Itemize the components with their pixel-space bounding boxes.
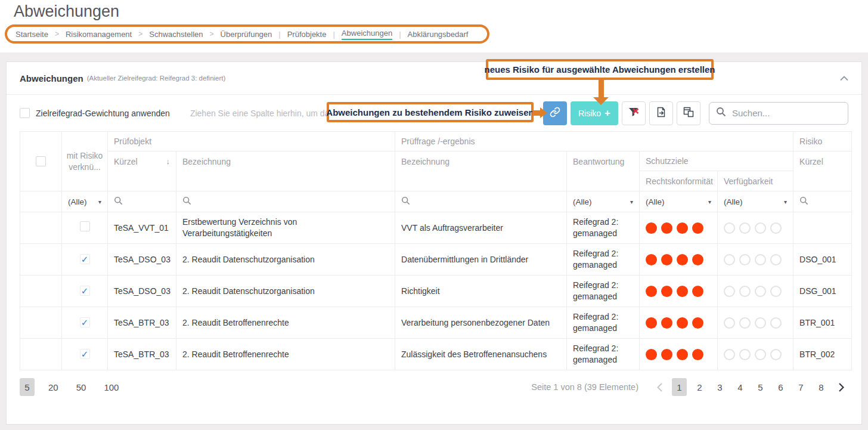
- page-number-6[interactable]: 6: [773, 378, 788, 396]
- rating-dot-filled: [646, 349, 657, 360]
- cell-beantwortung: Reifegrad 2: gemanaged: [567, 244, 640, 276]
- page-number-5[interactable]: 5: [753, 378, 768, 396]
- breadcrumb-item-prüfobjekte[interactable]: Prüfobjekte: [287, 30, 327, 39]
- prev-page-icon[interactable]: [652, 378, 666, 396]
- rating-dot-filled: [661, 286, 672, 297]
- page-number-1[interactable]: 1: [672, 378, 687, 396]
- rating-dot-empty: [770, 317, 782, 329]
- cell-pruefobjekt-bezeichnung: 2. Reaudit Betroffenenrechte: [176, 339, 395, 370]
- export-button[interactable]: [649, 101, 673, 125]
- row-checkbox[interactable]: ✓: [80, 349, 90, 359]
- select-all-cell: [20, 132, 62, 191]
- column-header-rechtskonformitaet[interactable]: Rechtskonformität: [640, 171, 718, 191]
- breadcrumb-separator: >: [210, 30, 214, 38]
- search-icon[interactable]: [799, 197, 808, 207]
- group-header-pruefobjekt[interactable]: Prüfobjekt: [108, 132, 395, 151]
- column-header-kuerzel[interactable]: Kürzel ↓: [108, 151, 176, 191]
- table-row-1[interactable]: ✓TeSA_DSO_032. Reaudit Datenschutzorgani…: [20, 244, 852, 276]
- filter-select-6[interactable]: (Alle)▾: [646, 197, 711, 206]
- filter-cell-3[interactable]: [176, 191, 395, 212]
- rating-dot-empty: [739, 349, 751, 360]
- row-checkbox[interactable]: [80, 221, 90, 231]
- search-icon[interactable]: [182, 197, 191, 207]
- breadcrumb-item-abweichungen[interactable]: Abweichungen: [342, 29, 392, 40]
- rating-dot-filled: [692, 254, 703, 265]
- page-number-8[interactable]: 8: [814, 378, 829, 396]
- pager-info: Seite 1 von 8 (39 Elemente): [531, 382, 638, 392]
- page-number-3[interactable]: 3: [712, 378, 727, 396]
- panel-subtitle: (Aktueller Zielreifegrad: Reifegrad 3: d…: [87, 75, 226, 82]
- page-number-7[interactable]: 7: [793, 378, 808, 396]
- clear-filter-button[interactable]: [622, 101, 646, 125]
- chevron-up-icon[interactable]: [840, 76, 848, 81]
- search-icon[interactable]: [114, 197, 123, 207]
- filter-cell-2[interactable]: [108, 191, 176, 212]
- column-header-risiko-kuerzel[interactable]: Kürzel: [793, 151, 852, 191]
- page-size-100[interactable]: 100: [100, 378, 123, 396]
- cell-pruefobjekt-bezeichnung: 2. Reaudit Datenschutzorganisation: [176, 276, 395, 307]
- breadcrumb-item-schwachstellen[interactable]: Schwachstellen: [149, 30, 203, 39]
- rating-dot-empty: [755, 254, 766, 265]
- breadcrumb-item-abklärungsbedarf[interactable]: Abklärungsbedarf: [408, 30, 469, 39]
- filter-cell-8[interactable]: [793, 191, 852, 212]
- group-header-schutzziele[interactable]: Schutzziele: [640, 151, 793, 171]
- rating-dot-filled: [677, 286, 688, 297]
- page-number-2[interactable]: 2: [692, 378, 707, 396]
- filter-cell-4[interactable]: [395, 191, 567, 212]
- column-chooser-button[interactable]: [677, 101, 700, 125]
- cell-rechtskonformitaet: [640, 307, 718, 339]
- annotation-arrow-right: [532, 107, 547, 118]
- filter-cell-6[interactable]: (Alle)▾: [640, 191, 718, 212]
- column-header-frage-bezeichnung[interactable]: Bezeichnung: [395, 151, 567, 191]
- create-risk-button-label: Risiko: [578, 109, 601, 118]
- cell-beantwortung: Reifegrad 2: gemanaged: [567, 307, 640, 339]
- breadcrumb-item-risikomanagement[interactable]: Risikomanagement: [66, 30, 132, 39]
- annotation-arrow-down: [593, 79, 609, 105]
- page-size-20[interactable]: 20: [44, 378, 63, 396]
- column-header-beantwortung[interactable]: Beantwortung: [567, 151, 640, 191]
- rating-dot-filled: [661, 222, 672, 234]
- cell-prueffrage-bezeichnung: Zulässigkeit des Betroffenenansuchens: [395, 339, 567, 370]
- cell-prueffrage-bezeichnung: Datenübermittlungen in Drittländer: [395, 244, 567, 276]
- filter-select-label: (Alle): [724, 197, 743, 206]
- cell-rechtskonformitaet: [640, 276, 718, 307]
- table-row-3[interactable]: ✓TeSA_BTR_032. Reaudit Betroffenenrechte…: [20, 307, 852, 339]
- filter-cell-1[interactable]: (Alle)▾: [62, 191, 108, 212]
- group-header-prueffrage-ergebnis[interactable]: Prüffrage /-ergebnis: [395, 132, 793, 151]
- cell-verfuegbarkeit: [718, 212, 793, 244]
- page-number-4[interactable]: 4: [733, 378, 748, 396]
- page-size-50[interactable]: 50: [72, 378, 91, 396]
- breadcrumb-item-überprüfungen[interactable]: Überprüfungen: [221, 30, 272, 39]
- column-header-bezeichnung[interactable]: Bezeichnung: [176, 151, 395, 191]
- filter-cell-7[interactable]: (Alle)▾: [718, 191, 793, 212]
- filter-select-7[interactable]: (Alle)▾: [724, 197, 787, 206]
- filter-select-1[interactable]: (Alle)▾: [68, 197, 101, 206]
- weight-checkbox[interactable]: [20, 108, 30, 118]
- rechtskonformitaet-rating: [646, 222, 711, 234]
- column-header-mit-risiko-verknuepft[interactable]: mit Risiko verknü...: [62, 132, 108, 191]
- search-input[interactable]: [731, 107, 841, 119]
- breadcrumb-item-startseite[interactable]: Startseite: [16, 30, 48, 39]
- group-header-risiko[interactable]: Risiko: [793, 132, 852, 151]
- next-page-icon[interactable]: [834, 378, 848, 396]
- table-row-4[interactable]: ✓TeSA_BTR_032. Reaudit Betroffenenrechte…: [20, 339, 852, 370]
- cell-verfuegbarkeit: [718, 307, 793, 339]
- page-size-group: 52050100: [20, 378, 132, 396]
- page-size-5[interactable]: 5: [20, 378, 35, 396]
- row-checkbox[interactable]: ✓: [80, 254, 90, 264]
- search-icon[interactable]: [401, 197, 410, 207]
- cell-pruefobjekt-kuerzel: TeSA_DSO_03: [108, 244, 176, 276]
- table-row-2[interactable]: ✓TeSA_DSO_032. Reaudit Datenschutzorgani…: [20, 276, 852, 307]
- caret-down-icon: ▾: [98, 199, 101, 205]
- checkmark-icon: ✓: [81, 318, 89, 327]
- rating-dot-empty: [739, 286, 751, 297]
- filter-cell-5[interactable]: (Alle)▾: [567, 191, 640, 212]
- rating-dot-empty: [724, 222, 735, 234]
- row-checkbox[interactable]: ✓: [80, 286, 90, 296]
- filter-cell-0: [20, 191, 62, 212]
- row-checkbox[interactable]: ✓: [80, 317, 90, 327]
- select-all-checkbox[interactable]: [36, 156, 46, 166]
- filter-select-5[interactable]: (Alle)▾: [573, 197, 633, 206]
- table-row-0[interactable]: TeSA_VVT_01Erstbewertung Verzeichnis von…: [20, 212, 852, 244]
- column-header-verfuegbarkeit[interactable]: Verfügbarkeit: [718, 171, 793, 191]
